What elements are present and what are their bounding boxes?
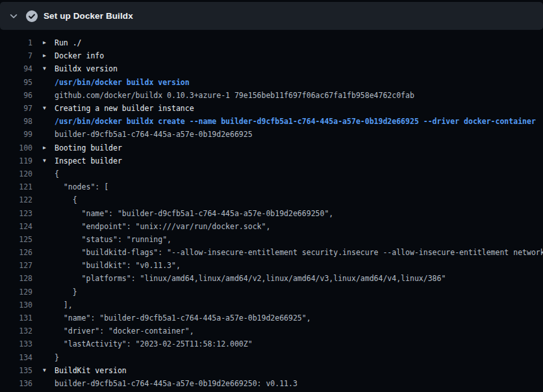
log-output-text: builder-d9cfb5a1-c764-445a-a57e-0b19d2e6… xyxy=(55,379,297,388)
log-output-text: "endpoint": "unix:///var/run/docker.sock… xyxy=(55,222,270,231)
line-number[interactable]: 122 xyxy=(0,195,32,204)
log-line: 123 "name": "builder-d9cfb5a1-c764-445a-… xyxy=(0,206,543,219)
triangle-right-icon[interactable]: ▶ xyxy=(43,36,55,49)
log-line: 7▶Docker info xyxy=(0,49,543,62)
log-output-text: "name": "builder-d9cfb5a1-c764-445a-a57e… xyxy=(55,209,333,218)
log-line: 133 "lastActivity": "2023-02-25T11:58:12… xyxy=(0,337,543,350)
line-number[interactable]: 129 xyxy=(0,288,32,297)
line-number[interactable]: 94 xyxy=(0,64,32,73)
log-line: 95/usr/bin/docker buildx version xyxy=(0,76,543,89)
line-number[interactable]: 120 xyxy=(0,169,32,178)
log-line: 131 "name": "builder-d9cfb5a1-c764-445a-… xyxy=(0,312,543,325)
log-group-title[interactable]: Run ./ xyxy=(55,38,82,47)
line-number[interactable]: 95 xyxy=(0,78,32,87)
log-line: 96github.com/docker/buildx 0.10.3+azure-… xyxy=(0,89,543,102)
log-line: 1▶Run ./ xyxy=(0,36,543,49)
line-number[interactable]: 121 xyxy=(0,182,32,191)
log-lines: 1▶Run ./7▶Docker info94▼Buildx version95… xyxy=(0,30,543,390)
log-line: 97▼Creating a new builder instance xyxy=(0,102,543,115)
triangle-right-icon[interactable]: ▶ xyxy=(43,49,55,62)
line-number[interactable]: 123 xyxy=(0,209,32,218)
log-output-text: "status": "running", xyxy=(55,235,171,244)
log-output-text: builder-d9cfb5a1-c764-445a-a57e-0b19d2e6… xyxy=(55,130,253,139)
log-output-text: "buildkitd-flags": "--allow-insecure-ent… xyxy=(55,248,543,257)
line-number[interactable]: 96 xyxy=(0,91,32,100)
log-line: 120{ xyxy=(0,167,543,180)
log-output-text: "driver": "docker-container", xyxy=(55,326,194,336)
log-line: 136builder-d9cfb5a1-c764-445a-a57e-0b19d… xyxy=(0,377,543,390)
log-output-text: "buildkit": "v0.11.3", xyxy=(55,261,181,270)
log-line: 135▼BuildKit version xyxy=(0,364,543,377)
step-header[interactable]: Set up Docker Buildx xyxy=(0,2,543,30)
line-number[interactable]: 119 xyxy=(0,156,32,165)
line-number[interactable]: 134 xyxy=(0,353,32,362)
log-output-text: { xyxy=(55,195,77,204)
log-output-text: ], xyxy=(55,300,73,310)
log-group-title[interactable]: Inspect builder xyxy=(55,156,122,165)
step-title: Set up Docker Buildx xyxy=(44,11,133,21)
log-line: 134} xyxy=(0,351,543,364)
log-line: 132 "driver": "docker-container", xyxy=(0,325,543,337)
log-line: 128 "platforms": "linux/amd64,linux/amd6… xyxy=(0,272,543,285)
line-number[interactable]: 126 xyxy=(0,248,32,257)
log-line: 122 { xyxy=(0,193,543,206)
log-output-text: { xyxy=(55,169,59,178)
line-number[interactable]: 130 xyxy=(0,300,32,310)
log-line: 126 "buildkitd-flags": "--allow-insecure… xyxy=(0,246,543,259)
log-line: 125 "status": "running", xyxy=(0,233,543,246)
line-number[interactable]: 128 xyxy=(0,274,32,283)
triangle-right-icon[interactable]: ▶ xyxy=(43,141,55,154)
log-command-text: /usr/bin/docker buildx create --name bui… xyxy=(55,117,536,126)
success-check-icon xyxy=(26,10,38,22)
log-group-title[interactable]: BuildKit version xyxy=(55,366,127,375)
triangle-down-icon[interactable]: ▼ xyxy=(43,154,55,167)
line-number[interactable]: 133 xyxy=(0,339,32,349)
triangle-down-icon[interactable]: ▼ xyxy=(43,62,55,75)
line-number[interactable]: 127 xyxy=(0,261,32,270)
triangle-down-icon[interactable]: ▼ xyxy=(43,364,55,377)
chevron-down-icon[interactable] xyxy=(9,12,18,21)
log-group-title[interactable]: Creating a new builder instance xyxy=(55,104,194,113)
triangle-down-icon[interactable]: ▼ xyxy=(43,102,55,115)
line-number[interactable]: 124 xyxy=(0,222,32,231)
log-output-text: "lastActivity": "2023-02-25T11:58:12.000… xyxy=(55,339,253,349)
line-number[interactable]: 132 xyxy=(0,326,32,336)
log-group-title[interactable]: Docker info xyxy=(55,51,104,60)
line-number[interactable]: 99 xyxy=(0,130,32,139)
line-number[interactable]: 136 xyxy=(0,379,32,388)
line-number[interactable]: 125 xyxy=(0,235,32,244)
log-command-text: /usr/bin/docker buildx version xyxy=(55,78,190,87)
line-number[interactable]: 131 xyxy=(0,313,32,323)
log-line: 121 "nodes": [ xyxy=(0,180,543,193)
log-line: 127 "buildkit": "v0.11.3", xyxy=(0,259,543,272)
line-number[interactable]: 135 xyxy=(0,366,32,375)
log-line: 94▼Buildx version xyxy=(0,62,543,75)
log-line: 129 } xyxy=(0,286,543,299)
log-output-text: "nodes": [ xyxy=(55,182,108,191)
log-line: 119▼Inspect builder xyxy=(0,154,543,167)
line-number[interactable]: 98 xyxy=(0,117,32,126)
log-line: 99builder-d9cfb5a1-c764-445a-a57e-0b19d2… xyxy=(0,128,543,141)
log-group-title[interactable]: Booting builder xyxy=(55,143,122,153)
log-output-text: } xyxy=(55,288,77,297)
log-group-title[interactable]: Buildx version xyxy=(55,64,118,73)
log-line: 130 ], xyxy=(0,299,543,312)
line-number[interactable]: 97 xyxy=(0,104,32,113)
log-output-text: "platforms": "linux/amd64,linux/amd64/v2… xyxy=(55,274,446,283)
log-line: 98/usr/bin/docker buildx create --name b… xyxy=(0,115,543,128)
log-output-text: } xyxy=(55,353,59,362)
log-output-text: github.com/docker/buildx 0.10.3+azure-1 … xyxy=(55,91,414,100)
line-number[interactable]: 100 xyxy=(0,143,32,153)
log-output-text: "name": "builder-d9cfb5a1-c764-445a-a57e… xyxy=(55,313,311,323)
log-line: 124 "endpoint": "unix:///var/run/docker.… xyxy=(0,220,543,233)
line-number[interactable]: 7 xyxy=(0,51,32,60)
line-number[interactable]: 1 xyxy=(0,38,32,47)
log-line: 100▶Booting builder xyxy=(0,141,543,154)
